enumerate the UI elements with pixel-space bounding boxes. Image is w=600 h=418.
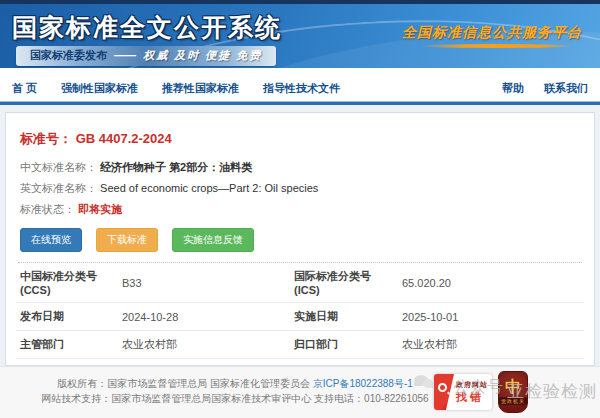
en-name-value: Seed of economic crops—Part 2: Oil speci… [100, 182, 318, 194]
nav-left-group: 首 页 强制性国家标准 推荐性国家标准 指导性技术文件 [12, 81, 340, 96]
competent-dept-value: 农业农村部 [118, 331, 290, 359]
en-name-label: 英文标准名称： [20, 182, 97, 194]
action-buttons-row: 在线预览 下载标准 实施信息反馈 [20, 228, 584, 252]
implement-date-value: 2025-10-01 [398, 303, 584, 331]
support-line: 网站技术支持：国家市场监督管理总局国家标准技术审评中心 支持电话：010-822… [0, 391, 470, 406]
publish-date-label: 发布日期 [16, 303, 118, 331]
watermark-text-1: 公众号 [453, 377, 504, 398]
download-standard-button[interactable]: 下载标准 [96, 228, 158, 252]
nav-item-guiding-documents[interactable]: 指导性技术文件 [263, 81, 340, 96]
status-badge: 即将实施 [78, 203, 122, 215]
main-navbar: 首 页 强制性国家标准 推荐性国家标准 指导性技术文件 帮助 联系我们 [0, 76, 600, 101]
site-title: 国家标准全文公开系统 [12, 11, 282, 44]
table-row: 发布日期 2024-10-28 实施日期 2025-10-01 [16, 303, 584, 331]
nav-item-help[interactable]: 帮助 [502, 81, 524, 96]
cn-name-label: 中文标准名称： [20, 161, 97, 173]
standard-number-value: GB 4407.2-2024 [76, 131, 172, 146]
copyright-line: 版权所有：国家市场监督管理总局 国家标准化管理委员会 京ICP备18022388… [0, 376, 470, 391]
content-area: 标准号： GB 4407.2-2024 中文标准名称： 经济作物种子 第2部分：… [0, 105, 600, 371]
magnifier-icon [438, 383, 447, 392]
footer-text-block: 版权所有：国家市场监督管理总局 国家标准化管理委员会 京ICP备18022388… [0, 367, 470, 406]
table-row: 主管部门 农业农村部 归口部门 农业农村部 [16, 331, 584, 359]
standard-number-label: 标准号： [20, 131, 72, 146]
implement-date-label: 实施日期 [290, 303, 398, 331]
centralized-dept-label: 归口部门 [290, 331, 398, 359]
page-footer: 版权所有：国家市场监督管理总局 国家标准化管理委员会 京ICP备18022388… [0, 366, 600, 418]
table-row: 中国标准分类号 (CCS) B33 国际标准分类号 (ICS) 65.020.2… [16, 263, 584, 303]
publisher-label: 国家标准委发布 [30, 49, 107, 61]
nav-item-home[interactable]: 首 页 [12, 81, 37, 96]
find-error-flag [434, 374, 454, 410]
publisher-slogan: 权威 及时 便捷 免费 [143, 49, 262, 61]
icp-license-link[interactable]: 京ICP备18022388号-1 [313, 378, 413, 389]
competent-dept-label: 主管部门 [16, 331, 118, 359]
platform-slogan[interactable]: 全国标准信息公共服务平台 [402, 24, 582, 42]
nav-item-contact[interactable]: 联系我们 [544, 81, 588, 96]
status-label: 标准状态： [20, 203, 75, 215]
implementation-feedback-button[interactable]: 实施信息反馈 [172, 228, 254, 252]
ccs-label: 中国标准分类号 (CCS) [16, 263, 118, 303]
standard-number-row: 标准号： GB 4407.2-2024 [20, 130, 584, 148]
nav-right-group: 帮助 联系我们 [502, 81, 588, 96]
publish-date-value: 2024-10-28 [118, 303, 290, 331]
publisher-dash: —— [114, 49, 136, 61]
status-row: 标准状态： 即将实施 [20, 202, 584, 217]
cn-name-row: 中文标准名称： 经济作物种子 第2部分：油料类 [20, 160, 584, 175]
ics-label: 国际标准分类号 (ICS) [290, 263, 398, 303]
online-preview-button[interactable]: 在线预览 [20, 228, 82, 252]
ics-value: 65.020.20 [398, 263, 584, 303]
en-name-row: 英文标准名称： Seed of economic crops—Part 2: O… [20, 181, 584, 196]
site-header: 国家标准全文公开系统 国家标准委发布 —— 权威 及时 便捷 免费 全国标准信息… [0, 4, 600, 68]
ccs-value: B33 [118, 263, 290, 303]
nav-item-mandatory-standards[interactable]: 强制性国家标准 [61, 81, 138, 96]
standard-detail-card: 标准号： GB 4407.2-2024 中文标准名称： 经济作物种子 第2部分：… [5, 112, 595, 366]
copyright-text: 版权所有：国家市场监督管理总局 国家标准化管理委员会 [57, 378, 310, 389]
nav-item-recommended-standards[interactable]: 推荐性国家标准 [162, 81, 239, 96]
watermark-chat-icon [414, 375, 428, 386]
publisher-banner: 国家标准委发布 —— 权威 及时 便捷 免费 [16, 46, 276, 66]
cn-name-value: 经济作物种子 第2部分：油料类 [100, 161, 252, 173]
centralized-dept-value: 农业农村部 [398, 331, 584, 359]
watermark-text-2: 亚检验检测 [507, 380, 597, 403]
